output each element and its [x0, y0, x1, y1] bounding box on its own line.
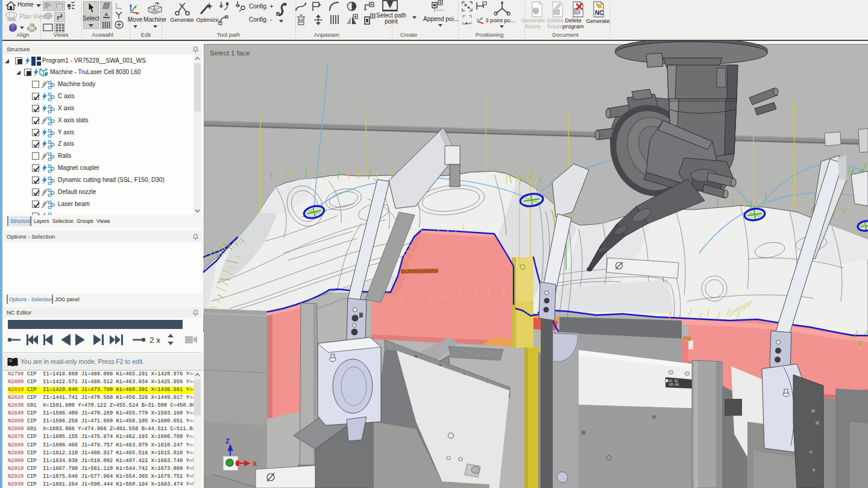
svg-text:NC: NC — [595, 10, 603, 16]
svg-text:/E5 /E6: /E5 /E6 — [669, 383, 679, 386]
svg-text:Select 1 face: Select 1 face — [210, 49, 250, 57]
svg-text:X: X — [253, 460, 257, 468]
svg-text:Z: Z — [225, 437, 230, 445]
svg-text:B: B — [276, 11, 280, 17]
svg-text:2 x: 2 x — [149, 336, 160, 345]
svg-text:E1 E2: E1 E2 — [669, 380, 678, 383]
